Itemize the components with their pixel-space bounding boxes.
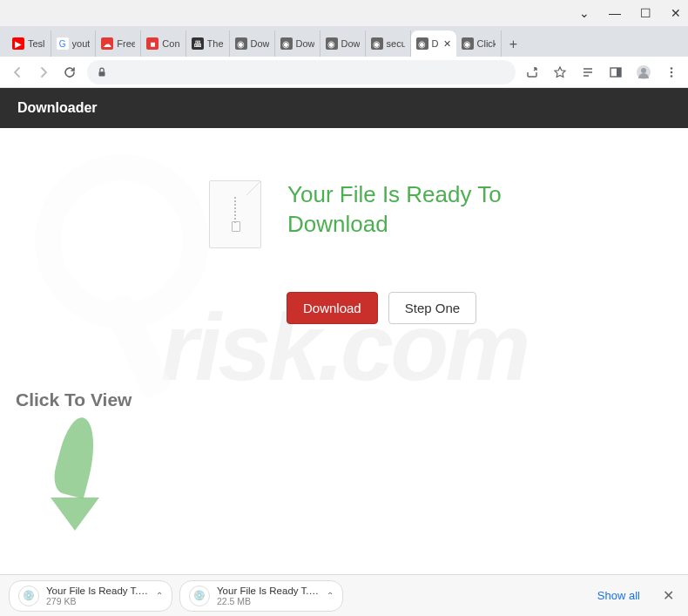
watermark-magnifier-icon (35, 154, 209, 328)
page-content: risk.com Your File Is Ready To Download … (0, 128, 688, 564)
svg-rect-2 (617, 68, 621, 77)
svg-point-6 (671, 71, 673, 73)
browser-tab[interactable]: ☁Free (96, 30, 141, 57)
download-button[interactable]: Download (287, 292, 378, 324)
close-download-shelf-button[interactable]: ✕ (658, 587, 679, 604)
browser-tab[interactable]: ◉Dow (320, 30, 366, 57)
favicon-icon: ◉ (371, 37, 383, 50)
reload-button[interactable] (61, 64, 78, 81)
download-filename: Your File Is Ready T....iso (217, 586, 320, 596)
favicon-icon: ◉ (280, 37, 293, 50)
tab-title: Tesl (28, 38, 45, 49)
favicon-icon: ◉ (416, 37, 428, 50)
favicon-icon: ☁ (101, 37, 113, 50)
browser-tab[interactable]: ■Con (141, 30, 185, 57)
tab-title: Con (162, 38, 179, 49)
browser-tab[interactable]: ▶Tesl (7, 30, 51, 57)
page-header: Downloader (0, 88, 688, 128)
chevron-up-icon[interactable]: ⌃ (327, 591, 334, 600)
reading-list-icon[interactable] (580, 64, 596, 80)
favicon-icon: ◉ (326, 37, 338, 50)
favicon-icon: 🖶 (192, 37, 204, 50)
download-item[interactable]: 💿 Your File Is Ready T....iso 22.5 MB ⌃ (179, 580, 343, 612)
profile-icon[interactable] (636, 64, 651, 80)
tab-title: yout (72, 38, 91, 49)
window-dropdown-icon[interactable]: ⌄ (579, 6, 590, 20)
close-window-button[interactable]: ✕ (671, 6, 681, 20)
download-filename: Your File Is Ready T....iso (46, 586, 149, 596)
lock-icon (96, 66, 108, 78)
download-shelf: 💿 Your File Is Ready T....iso 279 KB ⌃ 💿… (0, 574, 688, 616)
browser-toolbar (0, 57, 688, 88)
new-tab-button[interactable]: + (502, 32, 526, 57)
tab-title: Free (117, 38, 135, 49)
tab-title: Dow (251, 38, 269, 49)
tab-title: Click (477, 38, 496, 49)
tab-title: The (207, 38, 224, 49)
down-arrow-icon (42, 417, 111, 531)
favicon-icon: ■ (146, 37, 159, 50)
browser-tab[interactable]: ◉Click (456, 30, 502, 57)
browser-tab[interactable]: 🖶The (186, 30, 230, 57)
download-filesize: 279 KB (46, 596, 149, 606)
download-info: Your File Is Ready T....iso 22.5 MB (217, 586, 320, 606)
svg-rect-0 (99, 71, 105, 76)
favicon-icon: ◉ (462, 37, 474, 50)
bookmark-icon[interactable] (552, 64, 568, 80)
chevron-up-icon[interactable]: ⌃ (156, 591, 163, 600)
minimize-button[interactable]: — (609, 6, 621, 20)
cta-text: Click To View (16, 389, 132, 410)
window-controls: ⌄ — ☐ ✕ (0, 0, 688, 26)
svg-point-4 (641, 68, 646, 73)
back-button[interactable] (9, 64, 26, 81)
click-to-view-cta: Click To View (16, 389, 132, 531)
tab-strip: ▶TeslGyout☁Free■Con🖶The◉Dow◉Dow◉Dow◉secu… (0, 26, 688, 57)
browser-tab[interactable]: ◉D✕ (411, 30, 456, 57)
step-one-button[interactable]: Step One (388, 292, 476, 324)
maximize-button[interactable]: ☐ (640, 6, 651, 20)
favicon-icon: ▶ (12, 37, 24, 50)
headline-text: Your File Is Ready To Download (287, 180, 531, 240)
tab-title: secu (387, 38, 405, 49)
side-panel-icon[interactable] (608, 64, 624, 80)
toolbar-actions (524, 64, 679, 80)
file-type-icon: 💿 (18, 586, 39, 606)
download-filesize: 22.5 MB (217, 596, 320, 606)
menu-icon[interactable] (664, 64, 679, 80)
tab-title: Dow (296, 38, 314, 49)
tab-title: D (432, 38, 438, 49)
close-tab-icon[interactable]: ✕ (443, 38, 451, 50)
file-type-icon: 💿 (189, 586, 210, 606)
browser-tab[interactable]: ◉Dow (230, 30, 275, 57)
forward-button[interactable] (35, 64, 52, 81)
svg-point-5 (671, 67, 673, 70)
download-item[interactable]: 💿 Your File Is Ready T....iso 279 KB ⌃ (9, 580, 172, 612)
show-all-downloads-link[interactable]: Show all (597, 589, 640, 602)
svg-point-7 (671, 75, 673, 78)
favicon-icon: G (57, 37, 69, 50)
browser-tab[interactable]: ◉secu (366, 30, 411, 57)
zip-file-icon (209, 180, 261, 248)
favicon-icon: ◉ (235, 37, 247, 50)
browser-tab[interactable]: ◉Dow (275, 30, 320, 57)
share-icon[interactable] (524, 64, 540, 80)
address-bar[interactable] (87, 60, 516, 85)
tab-title: Dow (341, 38, 360, 49)
download-info: Your File Is Ready T....iso 279 KB (46, 586, 149, 606)
browser-tab[interactable]: Gyout (51, 30, 97, 57)
